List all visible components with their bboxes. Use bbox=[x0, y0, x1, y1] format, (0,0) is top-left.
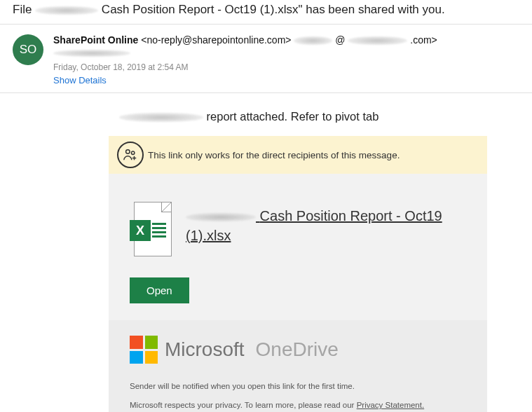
recipient-domain: .com> bbox=[410, 34, 437, 46]
recipient-at: @ bbox=[335, 34, 345, 46]
share-card: This link only works for the direct reci… bbox=[109, 136, 487, 412]
redaction bbox=[53, 50, 130, 57]
people-icon bbox=[117, 142, 144, 168]
svg-point-1 bbox=[131, 151, 134, 154]
email-subject: File Cash Position Report - Oct19 (1).xl… bbox=[0, 0, 532, 24]
svg-point-0 bbox=[126, 150, 130, 154]
microsoft-text: Microsoft bbox=[165, 338, 245, 361]
file-link[interactable]: Cash Position Report - Oct19 (1).xlsx bbox=[186, 202, 442, 245]
redaction bbox=[294, 36, 332, 45]
redaction bbox=[186, 213, 256, 221]
excel-file-icon: X bbox=[130, 202, 172, 256]
to-line bbox=[53, 47, 519, 58]
intro-text: report attached. Refer to pivot tab bbox=[0, 110, 532, 136]
subject-suffix: Cash Position Report - Oct19 (1).xlsx" h… bbox=[102, 3, 445, 16]
redaction bbox=[35, 6, 98, 15]
sender-avatar: SO bbox=[13, 34, 43, 65]
email-body: report attached. Refer to pivot tab This… bbox=[0, 93, 532, 412]
subject-prefix: File bbox=[13, 3, 35, 16]
from-line: SharePoint Online <no-reply@sharepointon… bbox=[53, 34, 519, 46]
email-header: SO SharePoint Online <no-reply@sharepoin… bbox=[0, 25, 532, 92]
email-meta: SharePoint Online <no-reply@sharepointon… bbox=[53, 34, 519, 85]
file-block: X Cash Position Report - Oct19 (1).xlsx … bbox=[109, 174, 487, 320]
sender-email: <no-reply@sharepointonline.com> bbox=[141, 34, 291, 46]
show-details-link[interactable]: Show Details bbox=[53, 75, 107, 85]
microsoft-logo-icon bbox=[130, 336, 158, 364]
onedrive-text: OneDrive bbox=[256, 338, 339, 361]
privacy-link[interactable]: Privacy Statement. bbox=[357, 401, 425, 409]
card-footer: Microsoft OneDrive Sender will be notifi… bbox=[109, 320, 487, 412]
file-name-part2: (1).xlsx bbox=[186, 228, 231, 243]
sender-name: SharePoint Online bbox=[53, 34, 138, 46]
redaction bbox=[119, 113, 203, 122]
footer-line1: Sender will be notified when you open th… bbox=[130, 380, 466, 392]
recipients-banner: This link only works for the direct reci… bbox=[109, 136, 487, 174]
intro-suffix: report attached. Refer to pivot tab bbox=[207, 110, 379, 123]
file-name-part1: Cash Position Report - Oct19 bbox=[260, 208, 442, 224]
redaction bbox=[348, 36, 407, 45]
brand-row: Microsoft OneDrive bbox=[130, 336, 466, 364]
open-button[interactable]: Open bbox=[130, 277, 189, 303]
email-date: Friday, October 18, 2019 at 2:54 AM bbox=[53, 62, 519, 72]
footer-line2a: Microsoft respects your privacy. To lear… bbox=[130, 401, 357, 409]
banner-text: This link only works for the direct reci… bbox=[148, 150, 400, 160]
footer-privacy-line: Microsoft respects your privacy. To lear… bbox=[130, 399, 466, 411]
